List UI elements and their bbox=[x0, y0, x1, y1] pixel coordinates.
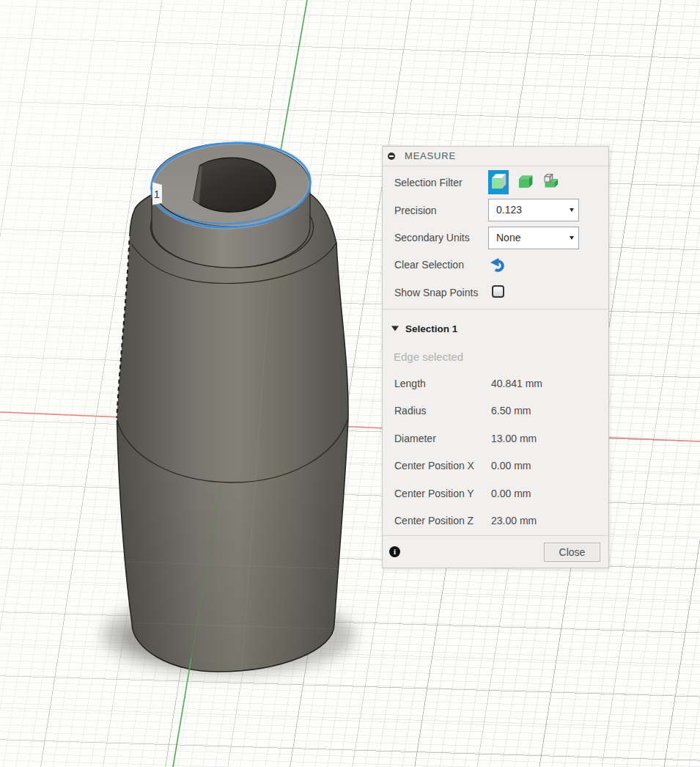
svg-text:1: 1 bbox=[154, 188, 160, 200]
